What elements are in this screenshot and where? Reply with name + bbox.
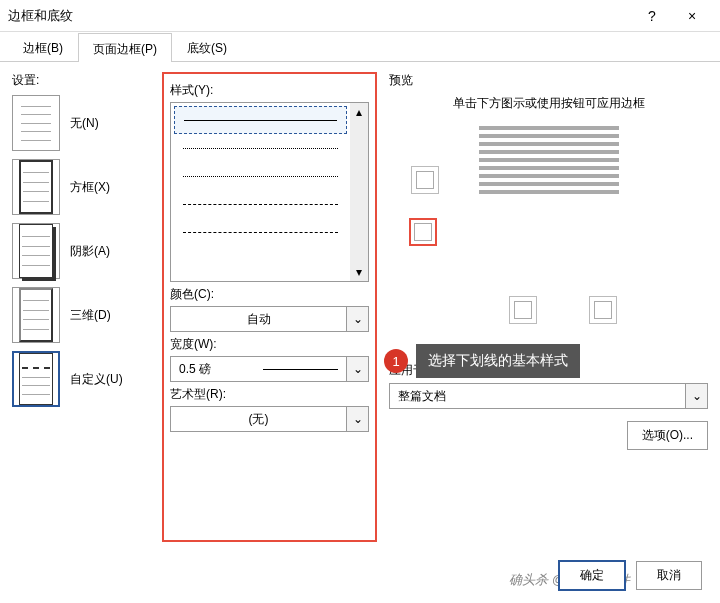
footer: 确定 取消 xyxy=(558,560,702,591)
callout-number: 1 xyxy=(384,349,408,373)
settings-column: 设置: 无(N) 方框(X) 阴影(A) 三维(D) 自定义(U) xyxy=(12,72,162,542)
chevron-down-icon[interactable]: ⌄ xyxy=(685,384,707,408)
setting-none-label: 无(N) xyxy=(70,115,99,132)
preview-label: 预览 xyxy=(389,72,708,89)
setting-3d-icon xyxy=(12,287,60,343)
preview-hint: 单击下方图示或使用按钮可应用边框 xyxy=(389,95,708,112)
help-button[interactable]: ? xyxy=(632,0,672,32)
art-value: (无) xyxy=(171,411,346,428)
content: 设置: 无(N) 方框(X) 阴影(A) 三维(D) 自定义(U) 样式(Y): xyxy=(0,62,720,552)
setting-none-icon xyxy=(12,95,60,151)
width-label: 宽度(W): xyxy=(170,336,369,353)
callout-text: 选择下划线的基本样式 xyxy=(416,344,580,378)
dialog-title: 边框和底纹 xyxy=(8,7,632,25)
setting-3d-label: 三维(D) xyxy=(70,307,111,324)
style-option-dotted[interactable] xyxy=(174,134,347,162)
style-option-dashed-fine[interactable] xyxy=(174,162,347,190)
ok-button[interactable]: 确定 xyxy=(558,560,626,591)
width-value: 0.5 磅 xyxy=(171,361,255,378)
setting-box[interactable]: 方框(X) xyxy=(12,159,162,215)
border-left-button[interactable] xyxy=(509,296,537,324)
tab-strip: 边框(B) 页面边框(P) 底纹(S) xyxy=(0,32,720,62)
setting-box-icon xyxy=(12,159,60,215)
width-combo[interactable]: 0.5 磅 ⌄ xyxy=(170,356,369,382)
settings-label: 设置: xyxy=(12,72,162,89)
art-label: 艺术型(R): xyxy=(170,386,369,403)
art-combo[interactable]: (无) ⌄ xyxy=(170,406,369,432)
style-scrollbar[interactable]: ▴ ▾ xyxy=(350,103,368,281)
border-bottom-button[interactable] xyxy=(409,218,437,246)
titlebar: 边框和底纹 ? × xyxy=(0,0,720,32)
style-option-dash-dot[interactable] xyxy=(174,218,347,246)
scroll-down-icon[interactable]: ▾ xyxy=(356,265,362,279)
tab-shading[interactable]: 底纹(S) xyxy=(172,32,242,61)
tab-page-border[interactable]: 页面边框(P) xyxy=(78,33,172,62)
options-button[interactable]: 选项(O)... xyxy=(627,421,708,450)
border-right-button[interactable] xyxy=(589,296,617,324)
style-items xyxy=(171,103,350,281)
style-label: 样式(Y): xyxy=(170,82,369,99)
setting-shadow-label: 阴影(A) xyxy=(70,243,110,260)
tab-border[interactable]: 边框(B) xyxy=(8,32,78,61)
style-column: 样式(Y): ▴ ▾ 颜色(C): 自动 ⌄ 宽度(W): 0.5 磅 ⌄ xyxy=(162,72,377,542)
style-option-dashed[interactable] xyxy=(174,190,347,218)
setting-custom-label: 自定义(U) xyxy=(70,371,123,388)
setting-3d[interactable]: 三维(D) xyxy=(12,287,162,343)
apply-to-value: 整篇文档 xyxy=(390,388,685,405)
style-option-solid[interactable] xyxy=(174,106,347,134)
setting-custom-icon xyxy=(12,351,60,407)
width-preview-line xyxy=(263,369,339,370)
chevron-down-icon[interactable]: ⌄ xyxy=(346,357,368,381)
setting-box-label: 方框(X) xyxy=(70,179,110,196)
color-label: 颜色(C): xyxy=(170,286,369,303)
preview-page[interactable] xyxy=(479,126,619,226)
setting-shadow-icon xyxy=(12,223,60,279)
border-top-button[interactable] xyxy=(411,166,439,194)
preview-column: 预览 单击下方图示或使用按钮可应用边框 应用于(L): 整篇文档 ⌄ 选项(O)… xyxy=(389,72,708,542)
setting-shadow[interactable]: 阴影(A) xyxy=(12,223,162,279)
preview-area xyxy=(389,126,708,326)
scroll-up-icon[interactable]: ▴ xyxy=(356,105,362,119)
style-listbox[interactable]: ▴ ▾ xyxy=(170,102,369,282)
annotation-callout: 1 选择下划线的基本样式 xyxy=(384,344,580,378)
color-value: 自动 xyxy=(171,311,346,328)
color-combo[interactable]: 自动 ⌄ xyxy=(170,306,369,332)
cancel-button[interactable]: 取消 xyxy=(636,561,702,590)
apply-to-combo[interactable]: 整篇文档 ⌄ xyxy=(389,383,708,409)
setting-none[interactable]: 无(N) xyxy=(12,95,162,151)
chevron-down-icon[interactable]: ⌄ xyxy=(346,307,368,331)
close-button[interactable]: × xyxy=(672,0,712,32)
setting-custom[interactable]: 自定义(U) xyxy=(12,351,162,407)
chevron-down-icon[interactable]: ⌄ xyxy=(346,407,368,431)
